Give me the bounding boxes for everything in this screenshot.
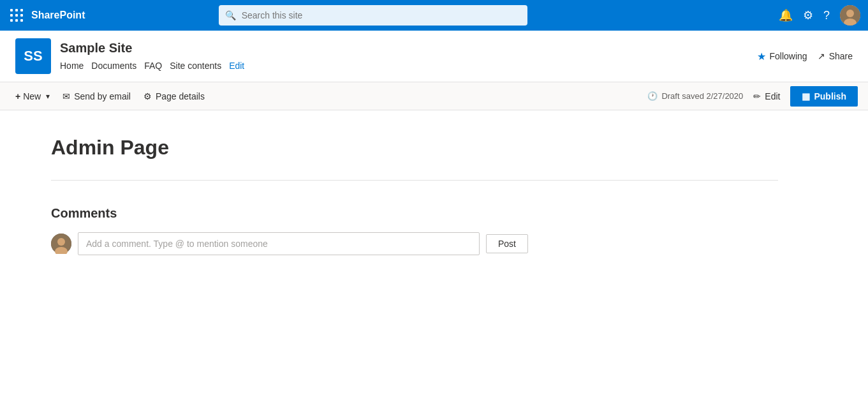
pencil-icon: ✏ (753, 91, 761, 101)
post-label: Post (498, 239, 516, 249)
nav-edit[interactable]: Edit (229, 59, 252, 72)
user-avatar[interactable] (840, 5, 860, 26)
post-comment-button[interactable]: Post (486, 234, 528, 253)
following-star-icon: ★ (757, 50, 766, 63)
page-details-label: Page details (156, 91, 205, 101)
following-button[interactable]: ★ Following (757, 50, 807, 63)
share-label: Share (829, 51, 853, 61)
help-icon[interactable]: ? (823, 9, 830, 22)
comment-input-row: Post (51, 232, 778, 255)
page-content: Admin Page Comments Post (0, 110, 829, 281)
sharepoint-logo-text: SharePoint (31, 10, 85, 21)
send-email-label: Send by email (74, 91, 131, 101)
nav-site-contents[interactable]: Site contents (170, 59, 229, 72)
search-input[interactable] (219, 5, 527, 26)
draft-saved-status: 🕐 Draft saved 2/27/2020 (647, 91, 743, 101)
waffle-menu[interactable] (8, 6, 26, 25)
page-details-button[interactable]: ⚙ Page details (138, 87, 210, 105)
svg-point-4 (57, 238, 65, 246)
share-button[interactable]: ↗ Share (818, 51, 853, 61)
search-box: 🔍 (219, 5, 527, 26)
nav-documents[interactable]: Documents (91, 59, 144, 72)
new-dropdown: + New ▾ (10, 87, 55, 105)
toolbar-right: 🕐 Draft saved 2/27/2020 ✏ Edit ▦ Publish (647, 86, 858, 107)
search-icon: 🔍 (225, 10, 236, 20)
page-title: Admin Page (51, 136, 778, 160)
page-toolbar: + New ▾ ✉ Send by email ⚙ Page details 🕐… (0, 82, 868, 110)
site-name: Sample Site (60, 41, 252, 56)
site-logo: SS (15, 38, 51, 74)
site-name-nav: Sample Site Home Documents FAQ Site cont… (60, 41, 252, 72)
publish-label: Publish (814, 91, 846, 101)
commenter-avatar (51, 234, 71, 254)
new-dropdown-caret[interactable]: ▾ (43, 88, 55, 105)
nav-home[interactable]: Home (60, 59, 91, 72)
edit-button[interactable]: ✏ Edit (748, 87, 785, 105)
new-label: New (23, 91, 41, 101)
gear-icon: ⚙ (143, 91, 152, 101)
publish-button[interactable]: ▦ Publish (790, 86, 858, 107)
nav-faq[interactable]: FAQ (144, 59, 170, 72)
svg-point-1 (846, 10, 854, 17)
page-divider (51, 180, 778, 181)
nav-right-icons: 🔔 ⚙ ? (779, 5, 860, 26)
settings-icon[interactable]: ⚙ (803, 8, 813, 22)
new-button[interactable]: + New (10, 87, 43, 105)
following-label: Following (770, 51, 807, 61)
new-plus-icon: + (15, 91, 20, 101)
site-nav: Home Documents FAQ Site contents Edit (60, 59, 252, 72)
send-email-button[interactable]: ✉ Send by email (57, 87, 136, 105)
notification-icon[interactable]: 🔔 (779, 8, 793, 22)
site-header: SS Sample Site Home Documents FAQ Site c… (0, 31, 868, 82)
draft-saved-text: Draft saved 2/27/2020 (661, 91, 743, 101)
share-icon: ↗ (818, 51, 825, 61)
comments-heading: Comments (51, 206, 778, 221)
clock-icon: 🕐 (647, 91, 658, 101)
comments-section: Comments Post (51, 201, 778, 255)
publish-icon: ▦ (802, 91, 810, 101)
email-icon: ✉ (63, 91, 70, 101)
avatar-image (840, 5, 860, 26)
site-header-right: ★ Following ↗ Share (757, 50, 853, 63)
top-nav: SharePoint 🔍 🔔 ⚙ ? (0, 0, 868, 31)
edit-label: Edit (765, 91, 780, 101)
comment-input[interactable] (78, 232, 480, 255)
